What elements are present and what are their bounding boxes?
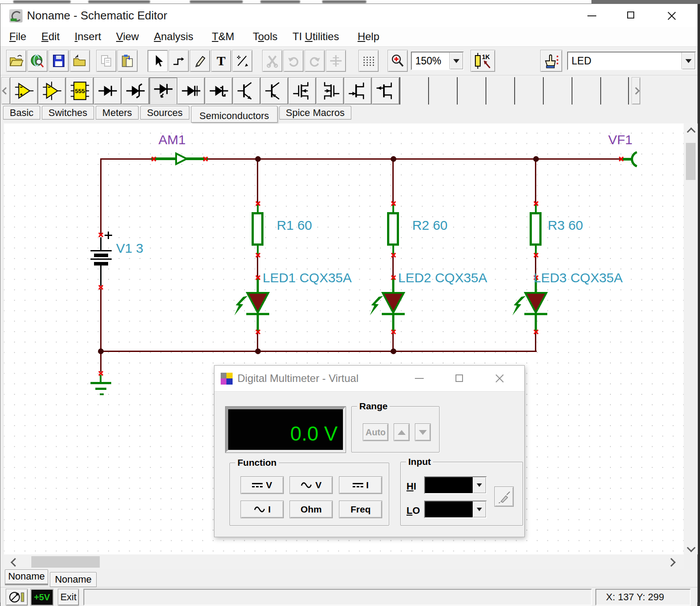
palette-scroll-right-button[interactable] [632,77,640,105]
battery-plate[interactable] [90,258,112,260]
wire[interactable] [100,158,102,235]
range-auto-button[interactable]: Auto [363,423,388,441]
dmm-maximize-button[interactable] [450,366,469,391]
palette-opamp-button[interactable] [10,77,38,105]
battery-plate[interactable] [94,254,108,257]
voltage-pin-label[interactable]: VF1 [608,132,632,147]
horizontal-scrollbar-thumb[interactable] [31,556,100,568]
component-value-tool-button[interactable]: 1K [470,50,495,72]
wire[interactable] [257,159,258,203]
minimize-button[interactable] [581,4,603,27]
ammeter-label[interactable]: AM1 [158,132,186,147]
tab-sources[interactable]: Sources [140,106,189,120]
menu-analysis[interactable]: Analysis [152,30,195,43]
input-lo-combobox[interactable] [424,501,487,518]
resistor-r3-label[interactable]: R3 60 [548,218,583,233]
battery-plate[interactable] [94,262,108,266]
tab-switches[interactable]: Switches [42,106,94,120]
wire[interactable] [100,289,102,351]
function-ohm-button[interactable]: Ohm [290,501,333,518]
function-idc-button[interactable]: I [339,476,382,494]
menu-help[interactable]: Help [356,30,381,43]
wire[interactable] [535,159,536,203]
led1-label[interactable]: LED1 CQX35A [263,270,352,285]
digital-multimeter-dialog[interactable]: Digital Multimeter - Virtual 0.0 V Range… [214,365,525,537]
maximize-button[interactable] [620,4,642,27]
palette-npn-transistor-button[interactable] [233,77,260,105]
tab-meters[interactable]: Meters [96,106,139,120]
cut-button[interactable] [262,50,282,72]
wire[interactable] [392,256,394,277]
led3-label[interactable]: LED3 CQX35A [534,270,623,285]
exit-button[interactable]: Exit [58,589,79,606]
undo-button[interactable] [283,50,304,72]
tab-spice-macros[interactable]: Spice Macros [279,106,351,120]
battery-plate[interactable] [90,250,112,251]
doc-tab-noname-2[interactable]: Noname [50,572,97,587]
schematic-canvas[interactable]: AM1 VF1 V1 3 R1 60 R2 60 R3 60 LED1 CQX3… [4,123,684,554]
palette-opamp-power-button[interactable] [38,77,66,105]
dmm-close-button[interactable] [490,366,509,391]
wire[interactable] [100,351,537,352]
dimension-tool-button[interactable] [232,50,252,72]
scroll-left-icon[interactable] [11,558,19,567]
voltage-pin-symbol[interactable] [621,150,642,168]
menu-file[interactable]: File [8,30,28,43]
resistor-r3[interactable] [530,212,542,246]
zoom-level-combobox[interactable]: 150% [411,52,464,70]
zoom-button[interactable] [388,50,408,72]
wire[interactable] [257,256,258,277]
palette-pnp-transistor-button[interactable] [260,77,288,105]
tab-semiconductors[interactable]: Semiconductors [191,106,278,123]
function-freq-button[interactable]: Freq [339,501,382,518]
palette-555-timer-button[interactable]: 555 [66,77,94,105]
input-hi-dropdown-button[interactable] [473,477,486,493]
pencil-tool-button[interactable] [190,50,210,72]
plus5v-button[interactable]: +5V [30,589,53,606]
vertical-scrollbar-thumb[interactable] [686,143,696,180]
menu-tm[interactable]: T&M [210,30,236,43]
resistor-r1-label[interactable]: R1 60 [277,218,312,233]
dmm-title-bar[interactable]: Digital Multimeter - Virtual [215,366,524,392]
function-vac-button[interactable]: V [290,476,333,494]
input-hi-combobox[interactable] [424,476,487,494]
component-search-dropdown-button[interactable] [681,52,695,69]
wire[interactable] [392,159,394,203]
palette-photodiode-button[interactable] [177,77,205,105]
wire[interactable] [535,333,536,351]
wire[interactable] [100,352,102,372]
redo-button[interactable] [305,50,325,72]
dmm-minimize-button[interactable] [410,366,429,391]
palette-diode-button[interactable] [94,77,121,105]
menu-view[interactable]: View [114,30,141,43]
palette-nmos-button[interactable] [288,77,316,105]
palette-njfet-button[interactable] [344,77,372,105]
tab-basic[interactable]: Basic [3,106,40,120]
resistor-r2[interactable] [387,212,399,246]
ammeter-symbol[interactable] [151,152,209,166]
open-macro-button[interactable] [70,50,90,72]
battery-lead[interactable] [100,266,102,286]
range-down-button[interactable] [415,423,431,441]
palette-schottky-diode-button[interactable] [205,77,233,105]
last-shape-button[interactable] [326,50,346,72]
scroll-down-icon[interactable] [687,543,696,552]
copy-button[interactable] [96,50,117,72]
point-component-button[interactable] [540,50,562,72]
open-from-web-button[interactable] [27,50,48,72]
palette-pjfet-button[interactable] [372,77,399,105]
menu-insert[interactable]: Insert [73,30,103,43]
save-button[interactable] [49,50,69,72]
vertical-scrollbar[interactable] [684,123,698,554]
component-search-combobox[interactable]: LED [567,52,696,70]
scroll-up-icon[interactable] [687,127,696,136]
palette-scroll-left-button[interactable] [1,77,10,105]
probe-button[interactable] [494,486,514,507]
menu-tools[interactable]: Tools [251,30,279,43]
zoom-level-dropdown-button[interactable] [449,52,463,69]
component-mode-button[interactable] [6,589,28,606]
battery-label[interactable]: V1 3 [116,241,143,256]
wire-tool-button[interactable] [169,50,189,72]
doc-tab-noname-1[interactable]: Noname [5,569,48,585]
menu-ti-utilities[interactable]: TI Utilities [291,30,341,43]
